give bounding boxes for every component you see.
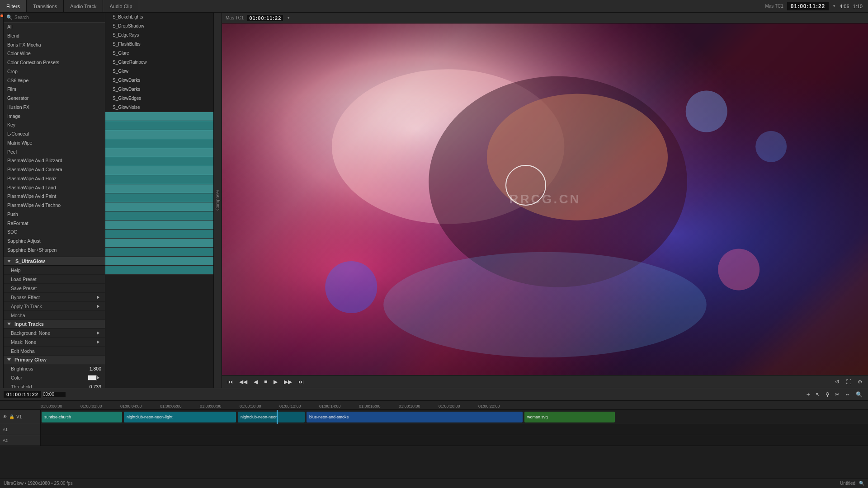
track-id-v1: V1 [16, 414, 22, 419]
effect-item-all[interactable]: All [4, 23, 105, 32]
timecode-dropdown-arrow[interactable]: ▼ [832, 4, 836, 8]
effect-item-sapphire-blur[interactable]: Sapphire Blur+Sharpen [4, 246, 105, 255]
color-label: Color [11, 375, 86, 380]
clip-nightclub-1[interactable]: nightclub-neon-neon-light [124, 412, 236, 422]
tab-audio-track[interactable]: Audio Track [64, 0, 103, 12]
slip-tool-button[interactable]: ↔ [843, 390, 852, 399]
file-item-edge-rays[interactable]: S_EdgeRays [105, 31, 213, 40]
effect-item-key[interactable]: Key [4, 121, 105, 130]
clip-woman[interactable]: woman.svg [524, 412, 615, 422]
stop-button[interactable]: ■ [262, 378, 269, 386]
effect-item-sapphire-adjust[interactable]: Sapphire Adjust [4, 237, 105, 246]
select-tool-button[interactable]: ↖ [814, 390, 822, 399]
file-item-glow-darks[interactable]: S_GlowDarks [105, 76, 213, 85]
effect-item-film[interactable]: Film [4, 85, 105, 94]
prop-row-background[interactable]: Background: None [4, 328, 105, 338]
apply-track-label: Apply To Track [11, 304, 97, 309]
fullscreen-button[interactable]: ⛶ [844, 378, 853, 386]
primary-glow-section[interactable]: Primary Glow [4, 356, 105, 364]
tab-audio-clip[interactable]: Audio Clip [103, 0, 139, 12]
blade-tool-button[interactable]: ✂ [833, 390, 841, 399]
prop-row-mocha[interactable]: Mocha [4, 311, 105, 320]
left-panel: 🔍 All Blend Boris FX Mocha Color Wipe Co… [4, 13, 105, 388]
prop-row-color: Color [4, 373, 105, 382]
settings-button[interactable]: ⚙ [856, 378, 864, 386]
ruler-mark-4: 01:00:06:00 [160, 404, 182, 408]
effect-item-push[interactable]: Push [4, 210, 105, 219]
file-item-glow-darks2[interactable]: S_GlowDarks [105, 85, 213, 94]
play-back-button[interactable]: ◀ [252, 378, 259, 386]
effect-item-color-correction[interactable]: Color Correction Presets [4, 58, 105, 67]
timeline-timecode[interactable]: 01:00:11:22 [4, 391, 41, 398]
tab-transitions[interactable]: Transitions [27, 0, 64, 12]
effect-item-plasma-paint[interactable]: PlasmaWipe Avid Paint [4, 192, 105, 201]
prop-row-save-preset[interactable]: Save Preset [4, 284, 105, 293]
clip-sunrise-church[interactable]: sunrise-church [42, 412, 122, 422]
clip-nightclub-2[interactable]: nightclub-neon-neon [238, 412, 305, 422]
effect-item-plasma-land[interactable]: PlasmaWipe Avid Land [4, 183, 105, 192]
play-forward-button[interactable]: ▶ [272, 378, 279, 386]
goto-start-button[interactable]: ⏮ [226, 378, 235, 386]
kf-row-7 [105, 166, 213, 175]
effect-item-matrix[interactable]: Matrix Wipe [4, 139, 105, 148]
effect-item-reformat[interactable]: ReFormat [4, 219, 105, 228]
file-item-flash-bulbs[interactable]: S_FlashBulbs [105, 40, 213, 49]
video-timecode[interactable]: 01:00:11:22 [247, 15, 283, 21]
trim-tool-button[interactable]: ⚲ [824, 390, 831, 399]
track-lock-icon[interactable]: 🔒 [9, 414, 14, 419]
input-tracks-section[interactable]: Input Tracks [4, 320, 105, 328]
goto-end-button[interactable]: ⏭ [297, 378, 306, 386]
prop-row-load-preset[interactable]: Load Preset [4, 275, 105, 284]
file-item-glow-noise[interactable]: S_GlowNoise [105, 103, 213, 112]
effect-item-boris[interactable]: Boris FX Mocha [4, 41, 105, 50]
step-back-button[interactable]: ◀◀ [237, 378, 249, 386]
mask-arrow [97, 340, 99, 344]
effect-item-blend[interactable]: Blend [4, 32, 105, 41]
effect-item-plasma-horiz[interactable]: PlasmaWipe Avid Horiz [4, 174, 105, 183]
effect-item-peel[interactable]: Peel [4, 148, 105, 157]
prop-row-help[interactable]: Help [4, 266, 105, 275]
search-input[interactable] [14, 15, 102, 20]
track-label-a2: A2 [0, 435, 41, 446]
effect-item-plasma-techno[interactable]: PlasmaWipe Avid Techno [4, 201, 105, 210]
step-forward-button[interactable]: ▶▶ [282, 378, 294, 386]
zoom-tool-button[interactable]: 🔍 [854, 390, 864, 399]
threshold-value[interactable]: 0.739 [81, 384, 101, 388]
effect-item-plasma-blizzard[interactable]: PlasmaWipe Avid Blizzard [4, 156, 105, 165]
effect-item-crop[interactable]: Crop [4, 67, 105, 76]
prop-row-apply-track[interactable]: Apply To Track [4, 302, 105, 311]
file-item-drop-shadow[interactable]: S_DropShadow [105, 22, 213, 31]
tab-filters[interactable]: Filters [0, 0, 27, 12]
prop-row-edit-mocha[interactable]: Edit Mocha [4, 347, 105, 356]
track-a2-mute[interactable]: A2 [3, 438, 8, 443]
effect-item-sdo[interactable]: SDO [4, 228, 105, 237]
track-a1-mute[interactable]: A1 [3, 427, 8, 432]
file-item-glow[interactable]: S_Glow [105, 67, 213, 76]
effect-item-plasma-camera[interactable]: PlasmaWipe Avid Camera [4, 165, 105, 174]
effect-item-cs6[interactable]: CS6 Wipe [4, 76, 105, 85]
main-content: 🔍 All Blend Boris FX Mocha Color Wipe Co… [0, 13, 868, 388]
effect-item-illusion[interactable]: Illusion FX [4, 103, 105, 112]
effect-item-color-wipe[interactable]: Color Wipe [4, 49, 105, 58]
brightness-value[interactable]: 1.800 [81, 366, 101, 371]
file-item-glow-edges[interactable]: S_GlowEdges [105, 94, 213, 103]
duration-input[interactable] [43, 392, 66, 397]
color-swatch[interactable] [88, 375, 97, 380]
track-eye-icon[interactable]: 👁 [3, 414, 7, 419]
timecode-dropdown[interactable]: ▼ [287, 16, 290, 20]
file-item-glare-rainbow[interactable]: S_GlareRainbow [105, 58, 213, 67]
file-item-bokeh-lights[interactable]: S_BokehLights [105, 13, 213, 22]
effect-item-generator[interactable]: Generator [4, 94, 105, 103]
file-item-glare[interactable]: S_Glare [105, 49, 213, 58]
save-preset-label: Save Preset [11, 286, 101, 291]
input-tracks-label: Input Tracks [14, 321, 44, 327]
search-icon-status[interactable]: 🔍 [859, 481, 864, 486]
clip-label-woman: woman.svg [527, 415, 548, 419]
prop-row-mask[interactable]: Mask: None [4, 338, 105, 347]
loop-button[interactable]: ↺ [833, 378, 841, 386]
prop-row-bypass[interactable]: Bypass Effect [4, 293, 105, 302]
clip-blue-neon[interactable]: blue-neon-and-smoke [307, 412, 523, 422]
add-track-button[interactable]: + [805, 390, 812, 399]
effect-item-lconceal[interactable]: L-Conceal [4, 130, 105, 139]
effect-item-image[interactable]: Image [4, 112, 105, 121]
